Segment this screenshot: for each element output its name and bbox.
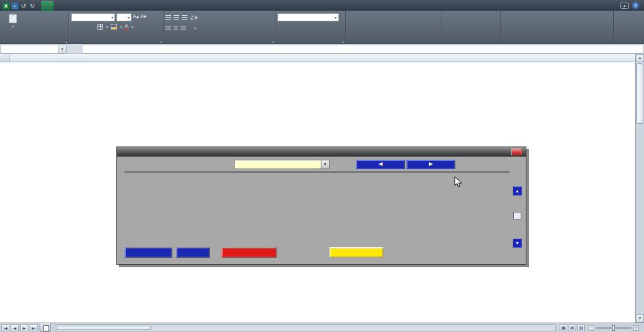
name-box[interactable] (1, 45, 58, 53)
increase-font-icon[interactable]: A▴ (133, 13, 139, 21)
view-shortcuts: ▦ ▤ ▨ (560, 324, 585, 331)
dialog-scroll-down-icon[interactable]: ▼ (513, 238, 522, 248)
mouse-cursor-icon (454, 176, 462, 188)
borders-icon[interactable] (97, 24, 103, 30)
horizontal-scrollbar[interactable] (55, 324, 556, 331)
sheet-tab-bar: |◀ ◀ ▶ ▶| ▦ ▤ ▨ − + (0, 323, 644, 332)
align-right-icon[interactable] (180, 26, 186, 30)
collapse-ribbon-icon[interactable]: ▲ (620, 3, 629, 9)
name-box-dropdown-icon[interactable]: ▾ (58, 45, 67, 53)
font-size-select[interactable]: ▾ (116, 13, 131, 21)
align-top-icon[interactable] (165, 15, 171, 19)
group-label-cells[interactable] (441, 37, 500, 43)
ribbon: ▾ ▾ ▾ A▴ A▾ ▾ ▾ A▾ (0, 11, 644, 44)
zoom-control: − + (589, 325, 639, 331)
page-break-view-icon[interactable]: ▨ (577, 324, 585, 331)
dialog-form (125, 171, 509, 173)
scroll-down-icon[interactable]: ▼ (636, 314, 644, 323)
quick-access-toolbar: X ▪ ↺ ↻ (0, 3, 40, 11)
paste-button[interactable]: ▾ (2, 12, 23, 37)
zoom-out-icon[interactable]: − (589, 325, 594, 331)
table-select-value (235, 160, 321, 169)
eingabemaske-dialog: ▼ ◀ ▶ ▲ ▼ (116, 147, 526, 265)
number-format-select[interactable]: ▾ (277, 13, 339, 21)
table-select-dropdown-icon[interactable]: ▼ (321, 160, 329, 169)
ribbon-group-number: ▾ (275, 11, 346, 43)
ribbon-group-clipboard: ▾ (0, 11, 69, 43)
column-header-row (0, 54, 635, 62)
previous-record-button[interactable]: ◀ (356, 160, 405, 169)
dialog-buttons (125, 247, 384, 258)
zoom-in-icon[interactable]: + (633, 325, 639, 331)
zoom-slider-thumb[interactable] (612, 325, 615, 331)
horizontal-scroll-thumb[interactable] (57, 326, 151, 330)
group-label-clipboard[interactable] (0, 37, 69, 43)
font-name-select[interactable]: ▾ (71, 13, 115, 21)
help-icon[interactable]: ? (632, 2, 639, 9)
save-icon[interactable]: ▪ (11, 3, 18, 9)
styles-items (348, 12, 439, 13)
group-label-alignment[interactable] (164, 37, 275, 43)
align-left-icon[interactable] (165, 26, 171, 30)
previous-sheet-icon[interactable]: ◀ (11, 324, 19, 331)
clear-all-button[interactable] (221, 247, 277, 258)
next-sheet-icon[interactable]: ▶ (20, 324, 28, 331)
orientation-icon[interactable]: ∠▾ (190, 14, 197, 21)
delete-entry-button[interactable] (330, 247, 384, 258)
dialog-title-bar[interactable] (117, 147, 526, 157)
editing-small-items (502, 12, 555, 37)
zoom-slider[interactable] (596, 327, 631, 329)
window-controls: ▲ ? (615, 2, 644, 11)
align-bottom-icon[interactable] (182, 15, 187, 19)
wrap-text-button[interactable] (200, 13, 203, 21)
cells-items (443, 12, 498, 13)
vertical-scrollbar[interactable]: ▲ ▼ (635, 54, 644, 323)
scroll-up-icon[interactable]: ▲ (636, 54, 644, 62)
ribbon-group-cells (441, 11, 501, 43)
insert-worksheet-icon[interactable] (40, 323, 51, 332)
undo-icon[interactable]: ↺ (20, 3, 27, 9)
vertical-scroll-thumb[interactable] (636, 64, 643, 124)
merge-center-button[interactable] (189, 24, 191, 32)
align-middle-icon[interactable] (174, 15, 179, 19)
align-center-icon[interactable] (174, 26, 178, 30)
dialog-scroll-up-icon[interactable]: ▲ (513, 186, 522, 196)
ribbon-tab-bar: X ▪ ↺ ↻ ▲ ? (0, 0, 644, 11)
fill-color-icon[interactable] (111, 24, 117, 30)
dialog-close-icon[interactable] (511, 148, 522, 155)
chevron-down-icon: ▾ (12, 24, 14, 28)
formula-input[interactable] (82, 45, 643, 53)
ribbon-group-alignment: ∠▾ ▾ (164, 11, 275, 43)
tab-datei[interactable] (41, 1, 53, 11)
ribbon-group-styles (346, 11, 441, 43)
submit-button[interactable] (125, 247, 172, 258)
decrease-font-icon[interactable]: A▾ (140, 13, 147, 21)
group-label-number[interactable] (275, 37, 345, 43)
dialog-scroll-thumb[interactable] (513, 212, 521, 219)
page-layout-view-icon[interactable]: ▤ (569, 324, 576, 331)
dialog-toolbar: ▼ ◀ ▶ (125, 159, 518, 170)
dialog-scrollbar[interactable]: ▲ ▼ (513, 186, 522, 248)
group-label-styles[interactable] (346, 37, 441, 43)
ribbon-group-editing (501, 11, 614, 43)
normal-view-icon[interactable]: ▦ (560, 324, 567, 331)
font-color-icon[interactable]: A (125, 23, 128, 30)
record-navigation: ◀ ▶ (356, 160, 455, 169)
table-select[interactable]: ▼ (234, 160, 330, 169)
excel-window: X ▪ ↺ ↻ ▲ ? ▾ (0, 0, 644, 332)
formula-bar: ▾ (0, 44, 644, 54)
ribbon-group-font: ▾ ▾ A▴ A▾ ▾ ▾ A▾ (69, 11, 164, 43)
first-sheet-icon[interactable]: |◀ (1, 324, 9, 331)
cancel-button[interactable] (176, 247, 210, 258)
group-label-editing[interactable] (501, 37, 613, 43)
excel-app-icon: X (3, 3, 9, 9)
last-sheet-icon[interactable]: ▶| (30, 324, 38, 331)
group-label-font[interactable] (69, 37, 163, 43)
redo-icon[interactable]: ↻ (29, 3, 36, 9)
next-record-button[interactable]: ▶ (406, 160, 455, 169)
clipboard-icon (9, 14, 17, 23)
chevron-down-icon: ▾ (194, 26, 196, 30)
select-all-corner[interactable] (0, 54, 10, 62)
